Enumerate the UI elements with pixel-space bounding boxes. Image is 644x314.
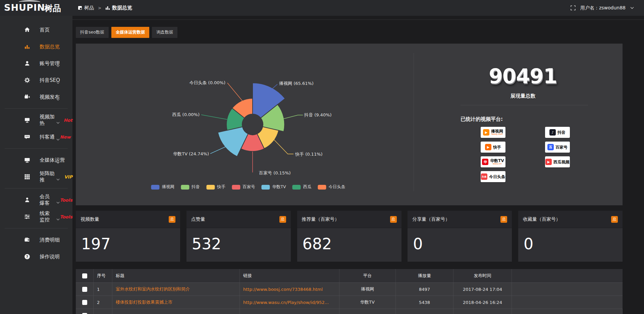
platform-logo-icon: ▶ <box>483 129 489 136</box>
legend-item-快手[interactable]: 快手 <box>206 184 225 190</box>
video-url-link[interactable]: http://www.boosj.com/7338468.html <box>243 287 323 292</box>
row-checkbox[interactable] <box>82 287 87 292</box>
legend-item-百家号[interactable]: 百家号 <box>232 184 255 190</box>
chevron-down-icon <box>56 136 60 142</box>
sidebar-item-home[interactable]: 首页 <box>0 21 72 38</box>
stat-card-title: 推荐量（百家号） <box>302 216 339 222</box>
user-chevron-down-icon[interactable] <box>630 7 634 9</box>
platform-badge-西瓜视频[interactable]: ▶ 西瓜视频 <box>545 156 570 167</box>
grid-icon <box>23 173 31 180</box>
row-checkbox[interactable] <box>82 313 87 314</box>
wallet-icon <box>23 237 31 243</box>
sidebar-item-screen[interactable]: 视频加热Hot <box>0 112 72 128</box>
cell-empty <box>512 296 623 309</box>
video-url-link[interactable]: http://www.wasu.cn/Play/show/id/952... <box>243 300 329 305</box>
sidebar-item-sliders[interactable]: 线索监控Tools <box>0 208 72 225</box>
sidebar-item-gear[interactable]: 抖音SEO <box>0 72 72 89</box>
legend-swatch <box>232 185 240 190</box>
stat-card-title: 分享量（百家号） <box>412 216 450 222</box>
pie-label: 今日头条 (0.00%) <box>189 80 225 85</box>
sidebar-item-badge: Tools <box>60 214 72 219</box>
stat-card-4: 分享量（百家号） 总 0 <box>408 211 512 262</box>
row-checkbox[interactable] <box>82 300 87 305</box>
cell-platform: 播视网 <box>339 283 396 296</box>
sidebar-item-label: 矩阵助推 <box>40 170 59 183</box>
tab-2[interactable]: 全媒体运营数据 <box>111 27 150 38</box>
username-label[interactable]: 用户名：zswodun88 <box>580 5 626 11</box>
cell-link: http://www.boosj.com/7338468.html <box>240 283 339 296</box>
fullscreen-icon[interactable] <box>571 5 576 10</box>
pie-label-line <box>201 115 227 119</box>
chat-icon <box>23 134 31 140</box>
legend-item-华数TV[interactable]: 华数TV <box>261 184 286 190</box>
platform-badge-百家号[interactable]: 百 百家号 <box>545 142 570 153</box>
stat-card-header: 视频数量 总 <box>76 211 180 228</box>
column-header-5: 播放量 <box>396 269 453 282</box>
sidebar-item-grid[interactable]: 矩阵助推VIP <box>0 168 72 185</box>
sidebar-item-user[interactable]: 账号管理 <box>0 55 72 72</box>
sidebar-item-wallet[interactable]: 消费明细 <box>0 231 72 248</box>
stat-card-value: 0 <box>518 228 623 253</box>
chart-icon <box>23 43 31 50</box>
stat-card-header: 收藏量（百家号） 总 <box>518 211 623 228</box>
legend-item-今日头条[interactable]: 今日头条 <box>318 184 345 190</box>
sidebar-item-badge: VIP <box>64 174 72 179</box>
member-icon <box>23 197 31 203</box>
pie-label-line <box>281 115 303 119</box>
sidebar-item-video[interactable]: 视频发布 <box>0 89 72 105</box>
breadcrumb: 树品 > 数据总览 <box>78 5 132 11</box>
sidebar-item-monitor[interactable]: 全媒体运营 <box>0 152 72 168</box>
breadcrumb-current: 数据总览 <box>112 5 132 11</box>
header-divider <box>72 19 644 20</box>
total-badge: 总 <box>390 216 397 223</box>
platform-badge-快手[interactable]: ▶ 快手 <box>481 142 505 153</box>
legend-swatch <box>151 185 159 190</box>
data-tabs: 抖音seo数据全媒体运营数据询盘数据 <box>76 27 177 38</box>
sidebar-divider <box>0 145 72 152</box>
tab-3[interactable]: 询盘数据 <box>152 27 177 38</box>
platform-badge-华数TV[interactable]: 华 华数TVwasu.cn <box>481 156 505 167</box>
platform-name: 西瓜视频 <box>553 160 570 164</box>
bar-chart-icon <box>105 6 110 10</box>
row-checkbox-cell <box>76 296 94 309</box>
sidebar-item-question[interactable]: ?操作说明 <box>0 248 72 265</box>
pie-slice-华数TV[interactable] <box>218 127 248 157</box>
platform-badge-播视网[interactable]: ▶ 播视网boosj.com <box>481 127 505 138</box>
stat-card-3: 推荐量（百家号） 总 682 <box>297 211 401 262</box>
legend-item-播视网[interactable]: 播视网 <box>151 184 174 190</box>
video-icon <box>23 94 31 100</box>
summary-divider <box>461 105 588 105</box>
breadcrumb-root[interactable]: 树品 <box>84 5 94 11</box>
stat-card-title: 收藏量（百家号） <box>523 216 560 222</box>
legend-label: 西瓜 <box>303 184 312 190</box>
cell-title: 室外水纹灯和室内水纹灯的区别和简介 <box>112 283 240 296</box>
cell-index: 2 <box>94 296 112 309</box>
total-badge: 总 <box>500 216 507 223</box>
sidebar-item-member[interactable]: 会员爆客Tools <box>0 192 72 208</box>
platform-badge-抖音[interactable]: ♪ 抖音 <box>545 127 570 138</box>
video-title-link[interactable]: 室外水纹灯和室内水纹灯的区别和简介 <box>116 286 190 292</box>
cell-plays: 5438 <box>396 296 453 309</box>
select-all-checkbox[interactable] <box>82 273 87 278</box>
platform-badge-今日头条[interactable]: 头条 今日头条 <box>481 171 505 182</box>
video-title-link[interactable]: 楼体投影灯投影效果震撼上市 <box>116 299 172 305</box>
panel-vertical-divider <box>414 53 414 191</box>
stat-cards-row: 视频数量 总 197 点赞量 总 532 推荐量（百家号） 总 682 分享量（… <box>76 211 623 262</box>
total-impressions-caption: 展现量总数 <box>511 93 536 99</box>
sidebar-item-badge: Hot <box>64 118 72 123</box>
legend-item-西瓜[interactable]: 西瓜 <box>292 184 312 190</box>
sidebar-item-label: 视频加热 <box>40 114 58 126</box>
pie-label: 华数TV (24.74%) <box>173 151 209 156</box>
sidebar-item-chart[interactable]: 数据总览 <box>0 38 72 55</box>
logo-text-en: SHUPIN <box>4 2 45 13</box>
sidebar-item-label: 操作说明 <box>40 254 60 260</box>
stat-card-value: 197 <box>76 228 180 253</box>
app-logo[interactable]: SHUPIN 树品 <box>0 0 72 16</box>
legend-item-抖音[interactable]: 抖音 <box>181 184 200 190</box>
tab-1[interactable]: 抖音seo数据 <box>76 27 109 38</box>
pie-label: 抖音 (9.40%) <box>304 112 332 117</box>
chart-legend: 播视网 抖音 快手 百家号 华数TV 西瓜 今日头条 <box>151 184 345 190</box>
videos-table: 序号标题链接平台播放量发布时间1室外水纹灯和室内水纹灯的区别和简介http://… <box>76 269 623 314</box>
sidebar-item-chat[interactable]: 抖客通New <box>0 128 72 145</box>
total-badge: 总 <box>279 216 286 223</box>
